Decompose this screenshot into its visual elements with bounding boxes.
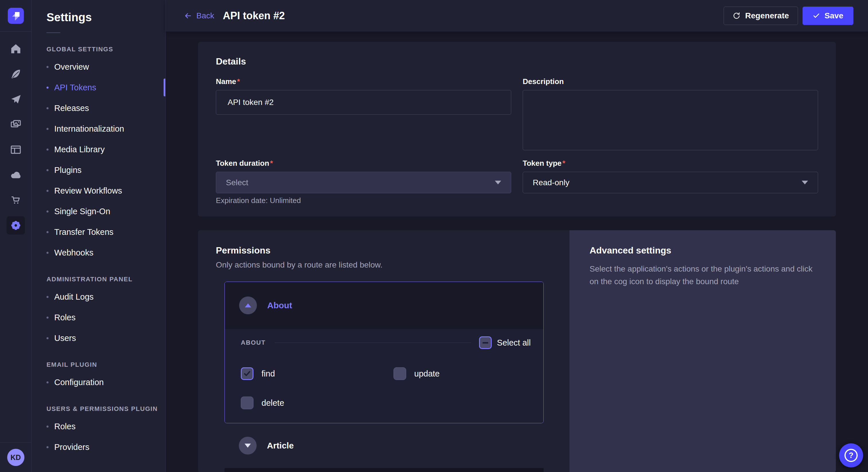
sidebar-item-label: Users xyxy=(54,334,76,343)
back-link[interactable]: Back xyxy=(184,11,214,20)
select-all-checkbox[interactable] xyxy=(479,336,492,349)
rail-bottom: KD xyxy=(0,442,32,472)
regenerate-label: Regenerate xyxy=(745,11,789,20)
back-label: Back xyxy=(196,11,214,20)
bullet-icon xyxy=(46,446,49,448)
required-asterisk: * xyxy=(270,159,273,167)
settings-sidebar: Settings GLOBAL SETTINGSOverviewAPI Toke… xyxy=(32,0,166,472)
nav-items: Configuration xyxy=(46,372,165,393)
sidebar-item-label: Review Workflows xyxy=(54,186,122,196)
gear-icon xyxy=(7,216,25,235)
token-type-field-group: Token type* Read-only xyxy=(523,159,818,205)
sidebar-item-internationalization[interactable]: Internationalization xyxy=(46,119,165,139)
main-area: Back API token #2 Regenerate Save Detail… xyxy=(166,0,868,472)
sidebar-item-label: Media Library xyxy=(54,145,105,154)
accordion-about: About ABOUT Select all findupdatedelete xyxy=(224,281,544,423)
save-button[interactable]: Save xyxy=(803,7,854,25)
rail-bottom-divider xyxy=(0,442,32,443)
sidebar-item-label: Webhooks xyxy=(54,248,94,258)
bullet-icon xyxy=(46,190,49,192)
description-textarea[interactable] xyxy=(523,90,818,150)
sidebar-item-plugins[interactable]: Plugins xyxy=(46,160,165,180)
help-button[interactable]: ? xyxy=(839,443,863,467)
sidebar-item-label: Roles xyxy=(54,422,75,431)
next-accordion-edge xyxy=(224,468,544,472)
sidebar-item-label: API Tokens xyxy=(54,83,96,92)
checkbox-delete[interactable] xyxy=(241,397,253,409)
chevron-up-icon xyxy=(245,303,251,307)
name-input[interactable] xyxy=(216,90,511,115)
sidebar-item-webhooks[interactable]: Webhooks xyxy=(46,242,165,263)
about-subsection-label: ABOUT xyxy=(241,339,266,346)
sidebar-item-roles[interactable]: Roles xyxy=(46,416,165,437)
sidebar-item-users[interactable]: Users xyxy=(46,328,165,348)
rail-item-home[interactable] xyxy=(0,36,31,61)
nav-items: OverviewAPI TokensReleasesInternationali… xyxy=(46,57,165,263)
sidebar-item-label: Transfer Tokens xyxy=(54,227,113,237)
accordion-about-title: About xyxy=(267,301,292,310)
cart-icon xyxy=(10,194,22,206)
rail-item-layout[interactable] xyxy=(0,137,31,162)
token-type-select[interactable]: Read-only xyxy=(523,172,818,193)
checkbox-update[interactable] xyxy=(394,367,406,380)
nav-section-header: ADMINISTRATION PANEL xyxy=(46,276,165,283)
bullet-icon xyxy=(46,148,49,150)
permissions-section: Permissions Only actions bound by a rout… xyxy=(198,230,836,472)
settings-nav-sections: GLOBAL SETTINGSOverviewAPI TokensRelease… xyxy=(46,45,165,458)
chevron-down-icon xyxy=(245,444,251,448)
page-content: Details Name* Description Token duration… xyxy=(166,32,868,472)
sidebar-item-api-tokens[interactable]: API Tokens xyxy=(46,77,165,98)
details-form-row2: Token duration* Select Expiration date: … xyxy=(216,159,818,205)
sidebar-item-transfer-tokens[interactable]: Transfer Tokens xyxy=(46,222,165,242)
collapse-toggle-button[interactable] xyxy=(239,297,257,314)
bullet-icon xyxy=(46,231,49,233)
bullet-icon xyxy=(46,252,49,254)
permissions-heading: Permissions xyxy=(216,245,544,256)
sidebar-item-label: Roles xyxy=(54,313,75,322)
permissions-panel: Permissions Only actions bound by a rout… xyxy=(198,230,569,472)
rail-item-feather[interactable] xyxy=(0,61,31,87)
sidebar-item-overview[interactable]: Overview xyxy=(46,57,165,77)
details-heading: Details xyxy=(216,56,818,67)
permission-action-label: update xyxy=(414,369,440,378)
indeterminate-dash-icon xyxy=(483,342,488,343)
bullet-icon xyxy=(46,66,49,68)
rail-item-media[interactable] xyxy=(0,112,31,137)
sidebar-item-label: Audit Logs xyxy=(54,292,94,302)
checkbox-find[interactable] xyxy=(241,367,253,380)
sidebar-item-configuration[interactable]: Configuration xyxy=(46,372,165,393)
back-arrow-icon xyxy=(184,11,192,20)
avatar[interactable]: KD xyxy=(7,449,24,466)
rail-item-cloud[interactable] xyxy=(0,162,31,188)
token-duration-value: Select xyxy=(226,178,248,187)
token-duration-select[interactable]: Select xyxy=(216,172,511,193)
regenerate-button[interactable]: Regenerate xyxy=(724,7,798,25)
sidebar-item-media-library[interactable]: Media Library xyxy=(46,139,165,160)
rail-item-paper-plane[interactable] xyxy=(0,87,31,112)
nav-section: USERS & PERMISSIONS PLUGINRolesProviders xyxy=(46,405,165,458)
sidebar-item-roles[interactable]: Roles xyxy=(46,307,165,328)
token-duration-hint: Expiration date: Unlimited xyxy=(216,196,511,205)
bullet-icon xyxy=(46,210,49,212)
accordion-about-body: ABOUT Select all findupdatedelete xyxy=(225,329,544,423)
layout-icon xyxy=(10,144,22,156)
rail-item-cart[interactable] xyxy=(0,188,31,213)
sidebar-item-review-workflows[interactable]: Review Workflows xyxy=(46,180,165,201)
strapi-logo[interactable] xyxy=(8,8,24,24)
bullet-icon xyxy=(46,426,49,428)
strapi-admin-app: KD Settings GLOBAL SETTINGSOverviewAPI T… xyxy=(0,0,868,472)
permissions-subtitle: Only actions bound by a route are listed… xyxy=(216,260,544,270)
about-subsection-row: ABOUT Select all xyxy=(241,336,531,349)
sidebar-item-audit-logs[interactable]: Audit Logs xyxy=(46,286,165,307)
token-type-label: Token type* xyxy=(523,159,818,168)
accordion-article-header[interactable]: Article xyxy=(224,423,544,468)
sidebar-item-releases[interactable]: Releases xyxy=(46,98,165,119)
permission-action-label: delete xyxy=(261,398,284,408)
accordion-article-title: Article xyxy=(267,441,293,450)
accordion-about-header[interactable]: About xyxy=(225,282,544,329)
expand-toggle-button[interactable] xyxy=(239,437,257,454)
sidebar-item-single-sign-on[interactable]: Single Sign-On xyxy=(46,201,165,222)
permission-action-delete: delete xyxy=(241,397,394,409)
rail-item-gear[interactable] xyxy=(0,213,31,238)
sidebar-item-providers[interactable]: Providers xyxy=(46,437,165,458)
